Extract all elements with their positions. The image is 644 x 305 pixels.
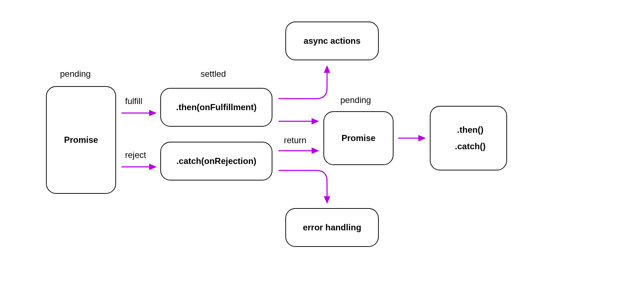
node-then-fulfillment-text: .then(onFulfillment): [176, 102, 257, 112]
node-catch-rejection-text: .catch(onRejection): [176, 156, 257, 166]
label-pending-1: pending: [60, 69, 91, 79]
node-promise-1-text: Promise: [64, 135, 98, 145]
label-reject: reject: [125, 150, 146, 160]
node-promise-1: Promise: [46, 86, 116, 194]
node-then-fulfillment: .then(onFulfillment): [160, 88, 272, 127]
node-promise-2-text: Promise: [341, 133, 376, 143]
label-return: return: [284, 135, 307, 145]
node-async-actions: async actions: [285, 22, 379, 60]
node-final-handlers: .then() .catch(): [430, 106, 507, 170]
node-final-catch-text: .catch(): [455, 141, 486, 151]
node-promise-2: Promise: [323, 111, 394, 165]
label-pending-2: pending: [340, 95, 371, 105]
node-error-handling-text: error handling: [303, 222, 362, 233]
node-async-actions-text: async actions: [304, 36, 361, 46]
label-fulfill: fulfill: [125, 96, 142, 106]
label-settled: settled: [201, 69, 226, 79]
node-catch-rejection: .catch(onRejection): [160, 142, 272, 180]
node-final-then-text: .then(): [457, 125, 483, 135]
arrow-to-async: [279, 66, 327, 99]
node-error-handling: error handling: [285, 208, 379, 247]
arrow-to-error: [279, 170, 327, 203]
diagram-stage: Promise pending .then(onFulfillment) set…: [0, 0, 644, 305]
